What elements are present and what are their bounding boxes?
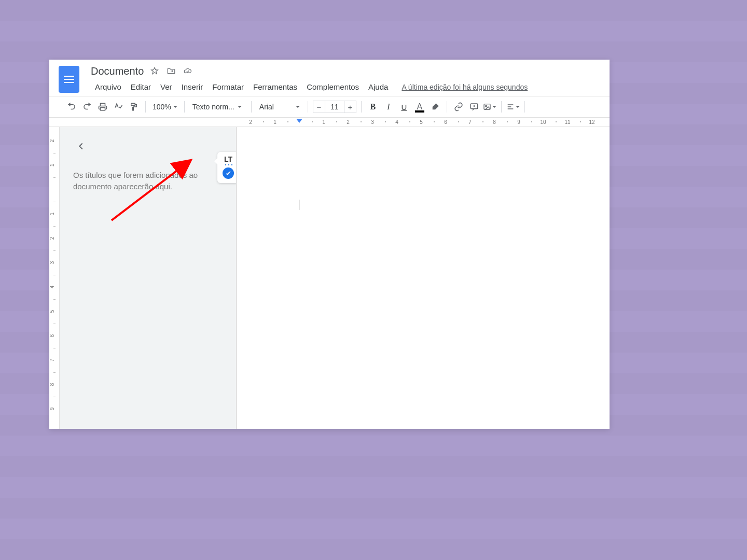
ruler-tick: 3 [49,261,55,264]
underline-button[interactable]: U [397,100,411,114]
docs-logo-icon[interactable] [59,66,79,93]
text-color-button[interactable]: A [413,100,426,114]
ruler-tick: 2 [49,237,55,240]
outline-collapse-button[interactable] [73,138,89,154]
document-title[interactable]: Documento [91,65,144,77]
ruler-tick: 8 [493,119,496,125]
menu-inserir[interactable]: Inserir [177,80,208,93]
ruler-vertical[interactable]: 21123456789 [49,127,60,429]
ruler-tick: 1 [49,164,55,167]
toolbar: 100% Texto norm... Arial − + B I U A [49,96,610,118]
paragraph-style-select[interactable]: Texto norm... [189,103,246,111]
lt-check-icon: ✔ [223,167,234,179]
align-button[interactable] [506,100,520,114]
paragraph-style-value: Texto norm... [192,103,234,111]
menu-ver[interactable]: Ver [156,80,176,93]
font-family-select[interactable]: Arial [256,103,303,111]
italic-button[interactable]: I [382,100,395,114]
undo-button[interactable] [65,100,78,114]
menu-ajuda[interactable]: Ajuda [364,80,392,93]
ruler-tick: 6 [444,119,447,125]
ruler-tick: 4 [49,286,55,289]
tab-marker-icon[interactable] [296,119,302,123]
svg-point-2 [485,105,487,107]
ruler-tick: 2 [249,119,252,125]
font-size-decrease[interactable]: − [313,101,325,113]
ruler-tick: 5 [49,310,55,313]
redo-button[interactable] [80,100,94,114]
document-page[interactable] [236,127,610,429]
header: Documento Arquivo Editar Ver Inserir For… [49,60,610,96]
ruler-tick: 4 [395,119,398,125]
last-edit-link[interactable]: A última edição foi há alguns segundos [402,83,528,91]
ruler-tick: 6 [49,334,55,338]
font-size-increase[interactable]: + [344,101,356,113]
outline-placeholder: Os títulos que forem adicionados ao docu… [73,170,213,192]
insert-link-button[interactable] [452,100,465,114]
text-cursor [299,200,299,210]
ruler-tick: 5 [420,119,423,125]
ruler-tick: 9 [517,119,520,125]
chevron-down-icon [296,106,300,108]
ruler-tick: 1 [49,213,55,216]
move-to-folder-icon[interactable] [165,65,177,77]
bold-button[interactable]: B [366,100,380,114]
ruler-tick: 8 [49,383,55,386]
ruler-tick: 2 [347,119,350,125]
paint-format-button[interactable] [127,100,141,114]
ruler-tick: 7 [49,359,55,362]
chevron-down-icon [238,106,242,108]
ruler-tick: 9 [49,408,55,411]
outline-panel: Os títulos que forem adicionados ao docu… [60,127,236,429]
lt-logo-icon: LT [224,155,232,163]
chevron-down-icon [173,106,177,108]
cloud-saved-icon[interactable] [182,65,193,77]
spellcheck-button[interactable] [112,100,125,114]
menu-bar: Arquivo Editar Ver Inserir Formatar Ferr… [91,80,602,93]
ruler-tick: 7 [468,119,472,125]
body-area: 21123456789 Os títulos que forem adicion… [49,127,610,429]
star-icon[interactable] [149,65,160,77]
ruler-tick: 2 [49,139,55,143]
insert-image-button[interactable] [483,100,496,114]
app-window: Documento Arquivo Editar Ver Inserir For… [49,60,610,429]
zoom-select[interactable]: 100% [150,103,179,111]
svg-rect-1 [484,104,490,110]
chevron-down-icon [492,106,496,108]
menu-ferramentas[interactable]: Ferramentas [249,80,301,93]
print-button[interactable] [96,100,109,114]
ruler-tick: 3 [371,119,374,125]
insert-comment-button[interactable] [467,100,481,114]
font-size-input[interactable] [325,101,344,113]
highlight-button[interactable] [428,100,442,114]
zoom-value: 100% [153,103,171,111]
font-family-value: Arial [259,103,274,111]
ruler-tick: 1 [273,119,276,125]
menu-arquivo[interactable]: Arquivo [91,80,126,93]
chevron-down-icon [516,106,520,108]
menu-formatar[interactable]: Formatar [208,80,248,93]
ruler-tick: 11 [564,119,570,125]
menu-complementos[interactable]: Complementos [302,80,363,93]
menu-editar[interactable]: Editar [127,80,155,93]
ruler-tick: 1 [322,119,325,125]
ruler-tick: 10 [540,119,546,125]
ruler-tick: 12 [589,119,594,125]
ruler-horizontal[interactable]: 21123456789101112 [49,118,610,127]
